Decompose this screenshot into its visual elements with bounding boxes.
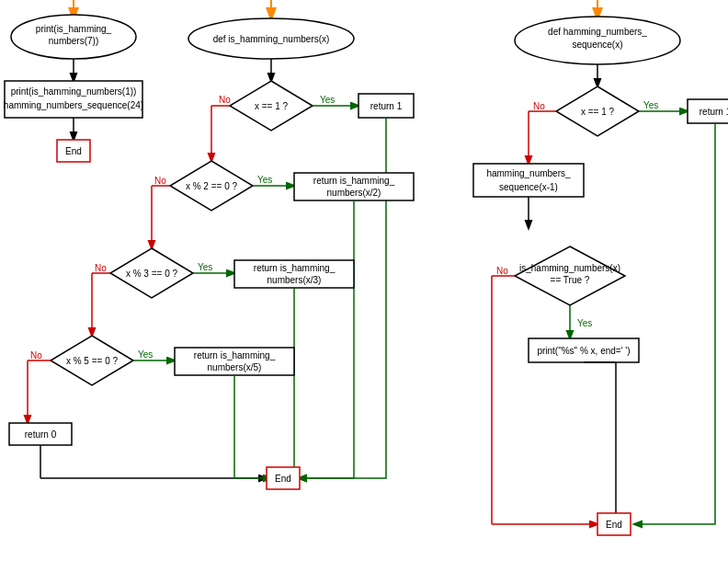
mid-yes1: Yes: [320, 95, 335, 105]
left-box1-line2: hamming_numbers_sequence(24): [4, 100, 143, 110]
mid-yes3: Yes: [198, 262, 212, 272]
left-box1-line1: print(is_hamming_numbers(1)): [11, 86, 137, 97]
mid-return-x2-2: numbers(x/2): [327, 188, 381, 198]
right-print-label: print("%s" % x, end=' '): [537, 346, 630, 356]
mid-cond1: x == 1 ?: [255, 101, 289, 111]
mid-return-x3-1: return is_hamming_: [254, 263, 336, 273]
right-no2: No: [496, 266, 508, 276]
flowchart-svg: print(is_hamming_ numbers(7)) print(is_h…: [0, 0, 728, 572]
left-start-label2: numbers(7)): [49, 36, 98, 46]
mid-return-x5-1: return is_hamming_: [194, 350, 276, 360]
mid-cond4: x % 5 == 0 ?: [66, 356, 119, 366]
mid-cond2: x % 2 == 0 ?: [186, 181, 238, 191]
right-yes2: Yes: [577, 318, 592, 328]
right-yes1: Yes: [643, 100, 658, 110]
right-no1: No: [533, 101, 545, 111]
mid-return-x3-2: numbers(x/3): [267, 275, 322, 285]
left-start-label: print(is_hamming_: [36, 24, 112, 34]
mid-no2: No: [154, 176, 166, 186]
mid-yes2: Yes: [257, 175, 272, 185]
mid-return-x2-1: return is_hamming_: [313, 176, 395, 186]
right-rec-call1: hamming_numbers_: [486, 168, 571, 178]
right-return1: return 1: [700, 107, 728, 117]
mid-return1: return 1: [370, 101, 403, 111]
right-cond2-2: == True ?: [551, 275, 590, 285]
right-rec-call2: sequence(x-1): [499, 182, 558, 192]
mid-no4: No: [30, 350, 42, 360]
right-start-label1: def hamming_numbers_: [548, 27, 647, 37]
mid-end-label: End: [275, 474, 291, 484]
mid-no3: No: [95, 263, 107, 273]
left-end-label: End: [65, 146, 82, 156]
mid-no1: No: [219, 95, 231, 105]
mid-return-x5-2: numbers(x/5): [208, 362, 262, 372]
right-cond2-1: is_hamming_numbers(x): [519, 263, 620, 273]
mid-yes4: Yes: [138, 349, 153, 360]
right-start-label2: sequence(x): [572, 40, 622, 50]
mid-start-label: def is_hamming_numbers(x): [213, 34, 330, 44]
right-end-label: End: [606, 520, 622, 530]
mid-return0: return 0: [25, 429, 57, 440]
right-cond1: x == 1 ?: [581, 107, 615, 117]
mid-cond3: x % 3 == 0 ?: [126, 269, 178, 279]
